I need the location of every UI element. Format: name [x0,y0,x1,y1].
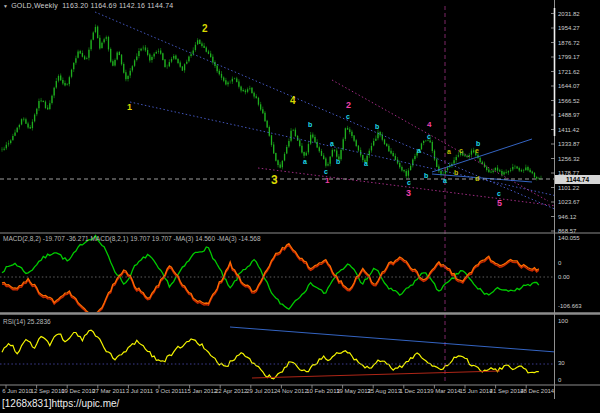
trendline[interactable] [252,371,500,378]
elliott-wave-label[interactable]: b [375,123,379,130]
price-axis-label: 1566.52 [558,98,580,104]
elliott-wave-label[interactable]: a [417,147,421,154]
elliott-wave-label[interactable]: c [427,133,431,140]
elliott-wave-label[interactable]: b [424,172,428,179]
price-axis-label: 868.57 [558,228,576,234]
price-axis-label: 1101.22 [558,185,579,191]
mt4-window: ▼GOLD,Weekly 1163.20 1164.69 1142.16 114… [0,0,600,413]
elliott-wave-label[interactable]: c [346,113,350,120]
elliott-wave-label[interactable]: c [459,147,463,154]
candlestick-series [2,24,541,180]
elliott-wave-label[interactable]: a [330,140,334,147]
elliott-wave-label[interactable]: 2 [346,101,351,110]
macd-indicator-title: MACD(2,8,2) -19.707 -36.271 MACD(8,2,1) … [3,235,261,242]
rsi-axis-label: 30 [558,360,565,366]
rsi-series [2,330,539,379]
price-axis-label: 1876.72 [558,40,580,46]
elliott-wave-label[interactable]: a [443,177,447,184]
elliott-wave-label[interactable]: b [454,169,458,176]
macd-axis-label: 140.055 [558,235,580,241]
price-axis-label: 1411.42 [558,127,579,133]
ohlc-values: 1163.20 1164.69 1142.16 1144.74 [62,2,173,9]
elliott-wave-label[interactable]: b [476,140,480,147]
elliott-wave-label[interactable]: 5 [497,199,502,208]
time-axis-label[interactable]: 28 Dec 2014 [514,388,560,395]
price-axis-label: 1644.07 [558,83,580,89]
price-axis-label: 1023.67 [558,199,580,205]
trendline[interactable] [332,80,548,201]
trendline[interactable] [432,174,532,182]
price-axis-label: 1954.27 [558,25,580,31]
elliott-wave-label[interactable]: 3 [271,174,278,186]
price-axis-label: 946.12 [558,214,576,220]
chart-canvas[interactable] [0,0,600,413]
elliott-wave-label[interactable]: 1 [325,177,329,185]
watermark-text: [1268x831]https://upic.me/ [2,398,119,409]
chart-title: ▼GOLD,Weekly 1163.20 1164.69 1142.16 114… [3,2,173,9]
elliott-wave-label[interactable]: 1 [127,103,132,112]
macd-axis-label: 0.00 [558,274,570,280]
current-price-tag: 1144.74 [555,175,600,184]
elliott-wave-label[interactable]: 4 [290,96,296,106]
macd-axis-label: 0 [558,260,561,266]
elliott-wave-label[interactable]: 2 [202,24,208,34]
elliott-wave-label[interactable]: c [407,179,411,186]
elliott-wave-label[interactable]: a [364,160,368,167]
price-axis-label: 1721.62 [558,69,580,75]
price-axis-label: 1256.32 [558,156,580,162]
symbol-marker-icon: ▼ [3,3,8,9]
price-axis-label: 1178.77 [558,170,579,176]
elliott-wave-label[interactable]: b [336,158,340,165]
elliott-wave-label[interactable]: c [324,168,328,175]
macd-axis-label: -106.663 [558,303,582,309]
elliott-wave-label[interactable]: d [475,175,479,182]
rsi-indicator-title: RSI(14) 25.2836 [3,318,51,325]
price-axis-label: 1333.87 [558,141,580,147]
macd-series [2,236,539,318]
rsi-axis-label: 100 [558,318,568,324]
elliott-wave-label[interactable]: e [475,147,479,154]
symbol-period-label: GOLD,Weekly [11,2,58,9]
elliott-wave-label[interactable]: 4 [427,121,431,129]
elliott-wave-label[interactable]: 3 [406,189,411,198]
elliott-wave-label[interactable]: a [447,148,451,155]
elliott-wave-label[interactable]: a [303,158,307,165]
price-axis-label: 2031.82 [558,11,580,17]
trendline[interactable] [230,327,556,352]
price-axis-label: 1799.17 [558,54,580,60]
trendline[interactable] [258,168,557,206]
elliott-wave-label[interactable]: b [308,121,312,128]
elliott-wave-label[interactable]: c [497,190,501,197]
rsi-axis-label: 0 [558,377,561,383]
price-axis-label: 1488.97 [558,112,580,118]
